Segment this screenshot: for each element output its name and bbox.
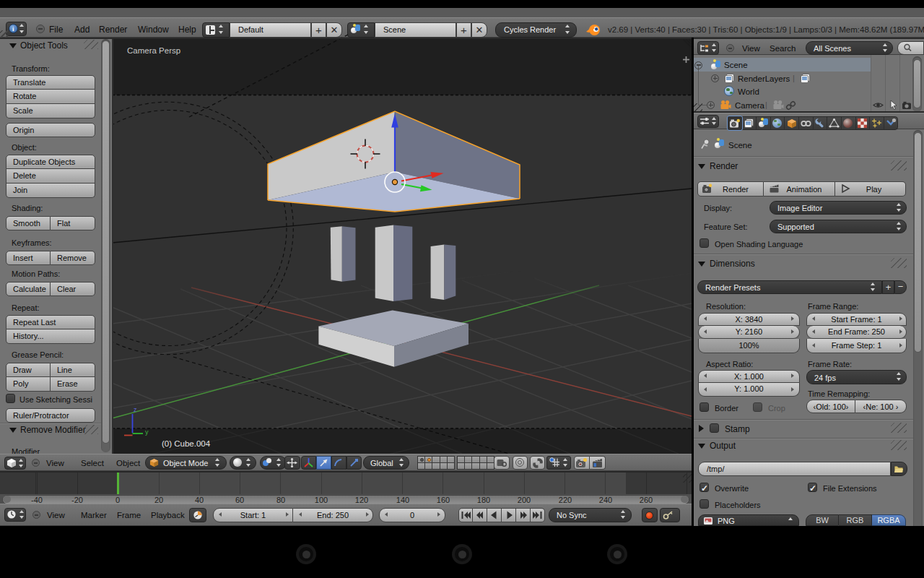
svg-text:z: z	[134, 406, 137, 413]
svg-text:(0) Cube.004: (0) Cube.004	[162, 439, 211, 448]
svg-text:Camera Persp: Camera Persp	[127, 46, 180, 55]
svg-text:y: y	[145, 428, 149, 436]
